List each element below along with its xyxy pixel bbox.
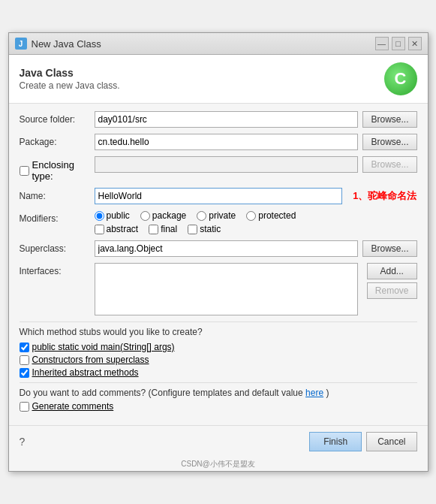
dialog-icon: J bbox=[15, 38, 27, 50]
help-button[interactable]: ? bbox=[20, 436, 26, 448]
stub-constructors-option: Constructors from superclass bbox=[20, 355, 417, 365]
logo-letter: C bbox=[395, 69, 407, 89]
modifier-private-option[interactable]: private bbox=[197, 210, 236, 221]
name-row: Name: 1、驼峰命名法 bbox=[20, 188, 417, 204]
package-input[interactable] bbox=[95, 134, 359, 150]
interfaces-box[interactable] bbox=[95, 263, 358, 315]
modifier-public-option[interactable]: public bbox=[95, 210, 130, 221]
header-subtitle: Create a new Java class. bbox=[20, 80, 120, 91]
stub-main-checkbox[interactable] bbox=[20, 343, 29, 352]
interfaces-control: Add... Remove bbox=[95, 263, 417, 315]
package-control: Browse... bbox=[95, 134, 417, 150]
remove-interface-button: Remove bbox=[367, 282, 417, 299]
modifier-package-option[interactable]: package bbox=[140, 210, 186, 221]
modifier-protected-radio[interactable] bbox=[246, 211, 256, 221]
source-folder-label: Source folder: bbox=[20, 111, 95, 125]
stub-constructors-label[interactable]: Constructors from superclass bbox=[32, 355, 149, 365]
superclass-browse-button[interactable]: Browse... bbox=[362, 240, 416, 257]
title-bar: J New Java Class — □ ✕ bbox=[9, 33, 428, 55]
modifier-package-radio[interactable] bbox=[140, 211, 150, 221]
modifier-abstract-label: abstract bbox=[107, 224, 139, 234]
source-folder-row: Source folder: Browse... bbox=[20, 111, 417, 128]
package-label: Package: bbox=[20, 134, 95, 147]
divider-2 bbox=[20, 382, 417, 383]
stub-main-label[interactable]: public static void main(String[] args) bbox=[32, 342, 175, 352]
camel-case-annotation: 1、驼峰命名法 bbox=[353, 189, 416, 203]
stub-constructors-checkbox[interactable] bbox=[20, 355, 29, 365]
modifier-abstract-checkbox[interactable] bbox=[95, 225, 104, 234]
source-folder-browse-button[interactable]: Browse... bbox=[362, 111, 416, 128]
watermark: CSDN@小伟不是盟友 bbox=[9, 459, 428, 471]
interfaces-label: Interfaces: bbox=[20, 263, 95, 276]
superclass-row: Superclass: Browse... bbox=[20, 240, 417, 257]
modifier-checkbox-group: abstract final static bbox=[95, 224, 417, 234]
superclass-input[interactable] bbox=[95, 240, 359, 257]
modifier-final-option[interactable]: final bbox=[149, 224, 177, 234]
modifier-static-label: static bbox=[200, 224, 221, 234]
name-label: Name: bbox=[20, 188, 95, 201]
cancel-button[interactable]: Cancel bbox=[366, 432, 416, 451]
modifiers-label: Modifiers: bbox=[20, 210, 95, 224]
comments-question-text: Do you want to add comments? (Configure … bbox=[20, 388, 303, 398]
modifier-private-label: private bbox=[209, 210, 236, 221]
dialog-footer: ? Finish Cancel bbox=[9, 425, 428, 459]
title-controls: — □ ✕ bbox=[375, 37, 422, 50]
add-interface-button[interactable]: Add... bbox=[367, 263, 417, 279]
generate-comments-checkbox[interactable] bbox=[20, 402, 29, 412]
header-text: Java Class Create a new Java class. bbox=[20, 67, 120, 91]
modifier-protected-label: protected bbox=[258, 210, 296, 221]
name-control: 1、驼峰命名法 bbox=[95, 188, 417, 204]
modifier-final-label: final bbox=[161, 224, 177, 234]
comments-close-paren: ) bbox=[326, 388, 329, 398]
package-row: Package: Browse... bbox=[20, 134, 417, 150]
stub-main-option: public static void main(String[] args) bbox=[20, 342, 417, 352]
close-button[interactable]: ✕ bbox=[408, 37, 422, 50]
modifier-protected-option[interactable]: protected bbox=[246, 210, 296, 221]
dialog-title: New Java Class bbox=[32, 38, 101, 50]
modifier-public-label: public bbox=[107, 210, 130, 221]
enclosing-type-row: Enclosing type: Browse... bbox=[20, 156, 417, 182]
name-input[interactable] bbox=[95, 188, 343, 204]
enclosing-type-input[interactable] bbox=[95, 156, 359, 173]
enclosing-checkbox-wrap: Enclosing type: bbox=[20, 156, 95, 182]
title-bar-left: J New Java Class bbox=[15, 38, 101, 50]
modifier-public-radio[interactable] bbox=[95, 211, 104, 221]
modifier-package-label: package bbox=[152, 210, 186, 221]
maximize-button[interactable]: □ bbox=[392, 37, 405, 50]
header-title: Java Class bbox=[20, 67, 120, 79]
superclass-control: Browse... bbox=[95, 240, 417, 257]
modifier-abstract-option[interactable]: abstract bbox=[95, 224, 139, 234]
method-stubs-question: Which method stubs would you like to cre… bbox=[20, 327, 417, 337]
generate-comments-option: Generate comments bbox=[20, 401, 417, 412]
enclosing-type-checkbox[interactable] bbox=[20, 166, 29, 176]
modifier-private-radio[interactable] bbox=[197, 211, 206, 221]
enclosing-type-control: Browse... bbox=[95, 156, 417, 173]
dialog-header: Java Class Create a new Java class. C bbox=[9, 55, 428, 104]
method-stubs-section: Which method stubs would you like to cre… bbox=[20, 327, 417, 378]
stub-inherited-checkbox[interactable] bbox=[20, 368, 29, 378]
modifiers-row: Modifiers: public package private bbox=[20, 210, 417, 234]
enclosing-browse-button: Browse... bbox=[362, 156, 416, 173]
source-folder-control: Browse... bbox=[95, 111, 417, 128]
modifier-static-checkbox[interactable] bbox=[188, 225, 197, 234]
stub-inherited-label[interactable]: Inherited abstract methods bbox=[32, 367, 139, 378]
modifier-static-option[interactable]: static bbox=[188, 224, 221, 234]
new-java-class-dialog: J New Java Class — □ ✕ Java Class Create… bbox=[8, 32, 428, 472]
generate-comments-label[interactable]: Generate comments bbox=[32, 401, 114, 412]
divider-1 bbox=[20, 321, 417, 322]
package-browse-button[interactable]: Browse... bbox=[362, 134, 416, 150]
stub-inherited-option: Inherited abstract methods bbox=[20, 367, 417, 378]
modifier-final-checkbox[interactable] bbox=[149, 225, 158, 234]
interfaces-buttons: Add... Remove bbox=[367, 263, 417, 299]
enclosing-type-label: Enclosing type: bbox=[32, 159, 95, 182]
modifier-radio-group: public package private protected bbox=[95, 210, 417, 221]
source-folder-input[interactable] bbox=[95, 111, 359, 128]
comments-section: Do you want to add comments? (Configure … bbox=[20, 388, 417, 412]
header-logo: C bbox=[384, 62, 417, 95]
minimize-button[interactable]: — bbox=[375, 37, 389, 50]
modifiers-control: public package private protected bbox=[95, 210, 417, 234]
footer-buttons: Finish Cancel bbox=[309, 432, 416, 451]
comments-here-link[interactable]: here bbox=[305, 388, 323, 398]
superclass-label: Superclass: bbox=[20, 240, 95, 254]
finish-button[interactable]: Finish bbox=[309, 432, 362, 451]
